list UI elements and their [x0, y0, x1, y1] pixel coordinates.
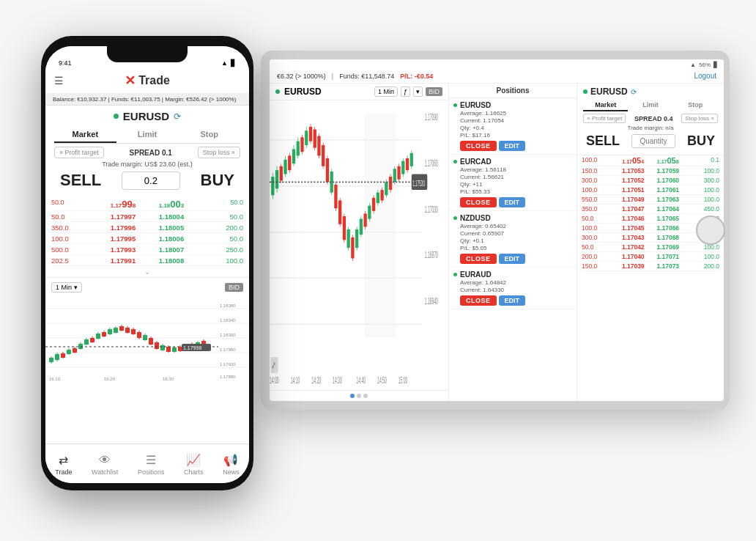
- phone-pair-row: EURUSD ⟳: [54, 110, 240, 122]
- phone-qty-input[interactable]: [122, 172, 180, 190]
- watchlist-icon: 👁: [99, 454, 111, 467]
- position-dot: [453, 216, 457, 220]
- sell-qty: 350.0: [51, 224, 98, 232]
- position-pair-row: NZDUSD: [453, 214, 572, 222]
- tablet-chart-pair: EURUSD: [284, 87, 322, 97]
- tablet-chart-down-icon[interactable]: ▾: [413, 87, 423, 97]
- euraud-close-button[interactable]: CLOSE: [460, 295, 497, 306]
- position-name: EURCAD: [460, 158, 492, 166]
- bid-price: 1.17991: [100, 257, 147, 265]
- tablet-buy-label: BUY: [687, 133, 715, 149]
- svg-rect-93: [288, 155, 291, 170]
- sell-qty: 350.0: [582, 205, 615, 213]
- tab-stop[interactable]: Stop: [178, 127, 240, 143]
- stop-x: ×: [231, 149, 235, 156]
- sell-qty: 202.5: [51, 257, 98, 265]
- svg-rect-145: [397, 166, 400, 180]
- nzdusd-edit-button[interactable]: EDIT: [499, 254, 526, 264]
- svg-text:⤢: ⤢: [272, 359, 275, 371]
- positions-icon: ☰: [146, 453, 156, 467]
- euraud-edit-button[interactable]: EDIT: [499, 295, 526, 306]
- position-current: Current: 1.17054: [453, 117, 572, 124]
- nav-trade-label: Trade: [55, 468, 72, 476]
- svg-rect-131: [368, 206, 371, 219]
- nzdusd-close-button[interactable]: CLOSE: [460, 254, 497, 264]
- battery-icon: ▊: [231, 59, 236, 67]
- nav-watchlist[interactable]: 👁 Watchlist: [92, 454, 118, 476]
- tablet-margin: Trade margin: n/a: [583, 125, 718, 131]
- bid-price: 1.17045: [617, 224, 651, 232]
- tablet-candlestick-chart: 1.17090 1.17060 1.17030 1.16870 1.16840: [270, 100, 448, 390]
- svg-rect-143: [393, 169, 396, 182]
- logo-x: ✕: [125, 73, 136, 89]
- table-row: 100.0 1.17051 1.17061 100.0: [582, 185, 719, 195]
- sell-qty: 100.0: [582, 156, 615, 165]
- ask-price: 1.17068: [651, 234, 685, 241]
- nav-news[interactable]: 📢 News: [223, 453, 240, 476]
- eurusd-close-button[interactable]: CLOSE: [460, 141, 497, 151]
- stop-loss-btn[interactable]: Stop loss ×: [198, 147, 240, 158]
- tablet-home-button[interactable]: [696, 216, 725, 245]
- position-action-buttons: CLOSE EDIT: [453, 197, 572, 207]
- position-current: Current: 1.64330: [453, 287, 572, 293]
- tablet-tab-limit[interactable]: Limit: [628, 100, 672, 111]
- timeframe-label: 1 Min: [56, 284, 72, 291]
- tablet-stop-loss-btn[interactable]: Stop loss ×: [681, 114, 718, 123]
- positions-panel: Positions EURUSD Average: 1.16625 Curren…: [449, 84, 577, 401]
- tablet-timeframe[interactable]: 1 Min: [374, 87, 398, 97]
- svg-rect-137: [380, 190, 383, 200]
- svg-text:14:30: 14:30: [333, 375, 342, 385]
- tablet-battery-icon: ▊: [714, 62, 718, 68]
- ask-price: 1.18008: [148, 257, 195, 265]
- tablet-order-book: 100.0 1.17054 1.17058 0.1 150.0 1.17053 …: [577, 155, 724, 401]
- svg-rect-139: [385, 182, 388, 195]
- position-current: Current: 0.65907: [453, 230, 572, 237]
- svg-rect-135: [377, 193, 379, 203]
- eurcad-close-button[interactable]: CLOSE: [460, 197, 497, 207]
- tablet-trade-refresh-icon[interactable]: ⟳: [631, 88, 637, 96]
- tablet-tab-market[interactable]: Market: [583, 100, 628, 111]
- position-pair-row: EURUSD: [453, 101, 572, 109]
- tablet-trade-pair-dot: [583, 89, 588, 94]
- nav-charts[interactable]: 📈 Charts: [184, 453, 204, 476]
- bid-price: 1.17039: [617, 262, 651, 270]
- timeframe-arrow: ▾: [74, 284, 78, 291]
- tablet-profit-target-btn[interactable]: × Profit target: [583, 114, 626, 123]
- phone-candlestick-chart: 1.18380 1.18340 1.18300 1.17960 1.17920 …: [45, 294, 249, 382]
- eurusd-edit-button[interactable]: EDIT: [499, 141, 526, 151]
- table-row: 200.0 1.17040 1.17071 100.0: [582, 252, 719, 262]
- svg-rect-20: [61, 353, 65, 358]
- logout-button[interactable]: Logout: [694, 72, 716, 80]
- position-pair-row: EURAUD: [453, 270, 572, 279]
- tablet-wifi-icon: ▲: [690, 62, 696, 68]
- phone-refresh-icon[interactable]: ⟳: [174, 111, 181, 122]
- nav-trade[interactable]: ⇄ Trade: [55, 453, 72, 476]
- ask-price: 1.17063: [651, 196, 685, 203]
- tablet-qty-input[interactable]: [631, 134, 675, 148]
- profit-target-btn[interactable]: × Profit target: [54, 147, 104, 158]
- bid-price: 1.17993: [100, 246, 147, 254]
- tab-limit[interactable]: Limit: [116, 127, 179, 143]
- phone-timeframe-selector[interactable]: 1 Min ▾: [51, 282, 82, 292]
- buy-qty: 50.0: [196, 213, 243, 221]
- ask-price: 1.17071: [651, 253, 685, 260]
- position-name: NZDUSD: [460, 214, 491, 222]
- eurcad-edit-button[interactable]: EDIT: [499, 197, 526, 207]
- table-row: 202.5 1.17991 1.18008 100.0: [51, 255, 243, 266]
- nav-positions[interactable]: ☰ Positions: [138, 453, 165, 476]
- svg-rect-48: [143, 335, 147, 340]
- tablet-chart-func-icon[interactable]: ƒ: [401, 87, 410, 97]
- buy-qty: 200.0: [196, 224, 243, 232]
- menu-icon[interactable]: ☰: [54, 75, 64, 87]
- dot-2: [357, 394, 361, 398]
- phone-time: 9:41: [59, 59, 72, 67]
- bid-price: 1.17046: [617, 215, 651, 222]
- position-action-buttons: CLOSE EDIT: [453, 254, 572, 264]
- balance-text: Balance: €10,932.37 | Funds: €11,003.75 …: [53, 96, 236, 103]
- svg-rect-42: [125, 328, 130, 333]
- tab-market[interactable]: Market: [54, 127, 116, 143]
- svg-rect-32: [96, 334, 100, 339]
- tablet-trade-header-section: EURUSD ⟳ Market Limit Stop × Profit targ…: [577, 84, 724, 155]
- position-pl: P/L: $17.16: [453, 132, 572, 139]
- tablet-tab-stop[interactable]: Stop: [673, 100, 718, 111]
